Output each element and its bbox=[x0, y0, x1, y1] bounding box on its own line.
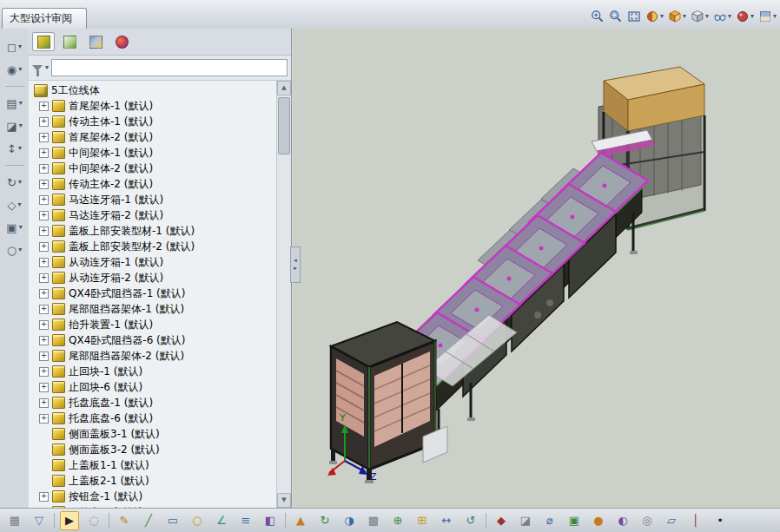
expand-toggle[interactable]: + bbox=[39, 195, 49, 205]
expand-toggle[interactable]: + bbox=[39, 148, 49, 158]
expand-toggle[interactable]: + bbox=[39, 414, 49, 424]
tree-item[interactable]: +尾部阻挡器架体-1 (默认) bbox=[32, 301, 277, 317]
rectangle-tool-icon[interactable]: ▭ bbox=[163, 511, 182, 530]
tab-display-manager[interactable] bbox=[110, 32, 133, 51]
filter-funnel-icon[interactable] bbox=[32, 65, 43, 71]
collapse-right-icon[interactable]: ▸ bbox=[294, 266, 297, 272]
mass-properties-icon[interactable]: ▣ bbox=[565, 511, 584, 530]
pattern-icon[interactable]: ▩ bbox=[364, 511, 383, 530]
expand-toggle[interactable]: + bbox=[39, 258, 49, 267]
tree-item[interactable]: +盖板上部安装型材-2 (默认) bbox=[32, 239, 277, 254]
expand-toggle[interactable]: + bbox=[39, 336, 49, 345]
mate-icon[interactable]: ⊕ bbox=[388, 511, 407, 530]
circle-tool-icon[interactable]: ○ bbox=[188, 511, 207, 530]
zoom-fit-icon[interactable] bbox=[627, 10, 641, 23]
plane-icon[interactable]: ▱ bbox=[662, 511, 681, 530]
edit-appearance-icon[interactable]: ▾ bbox=[736, 10, 754, 23]
tab-feature-manager[interactable] bbox=[32, 32, 55, 51]
tree-item[interactable]: +传动主体-1 (默认) bbox=[32, 114, 277, 129]
tree-item[interactable]: +上盖板1-1 (默认) bbox=[32, 457, 277, 473]
appearance-tool-icon[interactable]: ● bbox=[589, 511, 608, 530]
expand-toggle[interactable]: + bbox=[39, 383, 49, 392]
rotate-view-icon[interactable]: ↻▾ bbox=[2, 171, 28, 194]
tree-item[interactable]: +中间架体-1 (默认) bbox=[32, 145, 277, 161]
fillet-icon[interactable]: ◑ bbox=[340, 511, 359, 530]
collapse-left-icon[interactable]: ◂ bbox=[294, 258, 297, 264]
tree-item[interactable]: +托盘底盘-6 (默认) bbox=[32, 410, 277, 426]
filter-caret-icon[interactable]: ▾ bbox=[45, 64, 49, 71]
tree-item[interactable]: +QX4卧式阻挡器-1 (默认) bbox=[32, 286, 277, 301]
tree-item[interactable]: +首尾架体-1 (默认) bbox=[32, 98, 277, 114]
filter-graphics-icon[interactable]: ▽ bbox=[30, 511, 49, 530]
expand-toggle[interactable]: + bbox=[39, 289, 49, 299]
select-tool-icon[interactable]: ▶ bbox=[60, 511, 79, 530]
camera-icon[interactable]: ◎ bbox=[638, 511, 657, 530]
expand-toggle[interactable]: + bbox=[39, 398, 49, 408]
grid-system-icon[interactable]: ▦ bbox=[5, 511, 24, 530]
view-orientation-icon[interactable]: ▾ bbox=[668, 10, 686, 23]
move-component-icon[interactable]: ↔ bbox=[437, 511, 456, 530]
expand-toggle[interactable]: + bbox=[39, 305, 49, 314]
expand-toggle[interactable]: + bbox=[39, 102, 49, 111]
measure-pane-icon[interactable]: ◇▾ bbox=[2, 194, 28, 216]
insert-component-icon[interactable]: ⊞ bbox=[413, 511, 432, 530]
tree-item[interactable]: +从动连牙箱-1 (默认) bbox=[32, 254, 277, 270]
hide-show-icon[interactable]: ▾ bbox=[713, 10, 731, 23]
line-tool-icon[interactable]: ╱ bbox=[139, 511, 158, 530]
tree-item[interactable]: +上盖板2-1 (默认) bbox=[32, 473, 277, 489]
document-tab[interactable]: 大型设计审阅 bbox=[2, 8, 87, 29]
tree-item[interactable]: +托盘底盘-1 (默认) bbox=[32, 395, 277, 410]
axis-icon[interactable]: │ bbox=[686, 511, 705, 530]
display-pane-icon[interactable]: ▤▾ bbox=[2, 92, 28, 115]
expand-toggle[interactable]: + bbox=[39, 242, 49, 252]
scrollbar-track[interactable] bbox=[277, 95, 291, 493]
tree-item[interactable]: +抬升装置-1 (默认) bbox=[32, 317, 277, 332]
expand-toggle[interactable]: + bbox=[39, 320, 49, 330]
expand-toggle[interactable]: + bbox=[39, 211, 49, 220]
tree-item[interactable]: +从动连牙箱-2 (默认) bbox=[32, 270, 277, 286]
revolve-icon[interactable]: ↻ bbox=[315, 511, 334, 530]
extrude-icon[interactable]: ▲ bbox=[291, 511, 310, 530]
tree-item[interactable]: +马达连牙箱-2 (默认) bbox=[32, 207, 277, 223]
expand-toggle[interactable]: + bbox=[39, 117, 49, 127]
tree-item[interactable]: +QX4卧式阻挡器-6 (默认) bbox=[32, 332, 277, 348]
measure-icon[interactable]: ⌀ bbox=[540, 511, 559, 530]
display-style-icon[interactable]: ▾ bbox=[691, 10, 709, 23]
scroll-down-button[interactable]: ▼ bbox=[277, 493, 291, 508]
expand-toggle[interactable]: + bbox=[39, 180, 49, 189]
panel-splitter[interactable]: ◂ ▸ bbox=[290, 246, 301, 283]
scrollbar-thumb[interactable] bbox=[278, 97, 290, 154]
rotate-component-icon[interactable]: ↺ bbox=[461, 511, 480, 530]
dimension-icon[interactable]: ∠ bbox=[212, 511, 231, 530]
expand-toggle[interactable]: + bbox=[39, 367, 49, 377]
walkthrough-icon[interactable]: ○▾ bbox=[2, 239, 28, 261]
tree-item[interactable]: +中间架体-2 (默认) bbox=[32, 161, 277, 176]
tab-property-manager[interactable] bbox=[58, 32, 81, 51]
offset-icon[interactable]: ≡ bbox=[236, 511, 255, 530]
scroll-up-button[interactable]: ▲ bbox=[277, 81, 291, 95]
tree-item[interactable]: +尾部阻挡器架体-2 (默认) bbox=[32, 348, 277, 364]
tree-item[interactable]: +首尾架体-2 (默认) bbox=[32, 129, 277, 145]
sketch-icon[interactable]: ✎ bbox=[115, 511, 134, 530]
scene-tool-icon[interactable]: ◐ bbox=[613, 511, 632, 530]
snapshot-icon[interactable]: ▣▾ bbox=[2, 216, 28, 239]
zoom-area-icon[interactable] bbox=[609, 10, 623, 23]
tree-item[interactable]: +传动主体-2 (默认) bbox=[32, 176, 277, 192]
expand-toggle[interactable]: + bbox=[39, 273, 49, 283]
tree-item[interactable]: +止回块-6 (默认) bbox=[32, 379, 277, 395]
filter-input[interactable] bbox=[51, 59, 288, 76]
tab-configuration-manager[interactable] bbox=[84, 32, 107, 51]
expand-toggle[interactable]: + bbox=[39, 227, 49, 236]
apply-scene-icon[interactable]: ▾ bbox=[758, 10, 777, 23]
lasso-select-icon[interactable]: ◌ bbox=[84, 511, 103, 530]
tree-scrollbar[interactable]: ▲ ▼ bbox=[276, 81, 291, 508]
zoom-in-icon[interactable] bbox=[591, 10, 605, 23]
section-view-icon[interactable]: ▾ bbox=[645, 10, 664, 23]
tree-item[interactable]: +按钮盒-1 (默认) bbox=[32, 489, 277, 504]
section-pane-icon[interactable]: ◪▾ bbox=[2, 115, 28, 137]
zoom-select-icon[interactable]: ◉▾ bbox=[2, 58, 28, 81]
expand-toggle[interactable]: + bbox=[39, 492, 49, 502]
mirror-icon[interactable]: ◧ bbox=[261, 511, 280, 530]
exploded-view-icon[interactable]: ◆ bbox=[492, 511, 511, 530]
expand-toggle[interactable]: + bbox=[39, 164, 49, 174]
